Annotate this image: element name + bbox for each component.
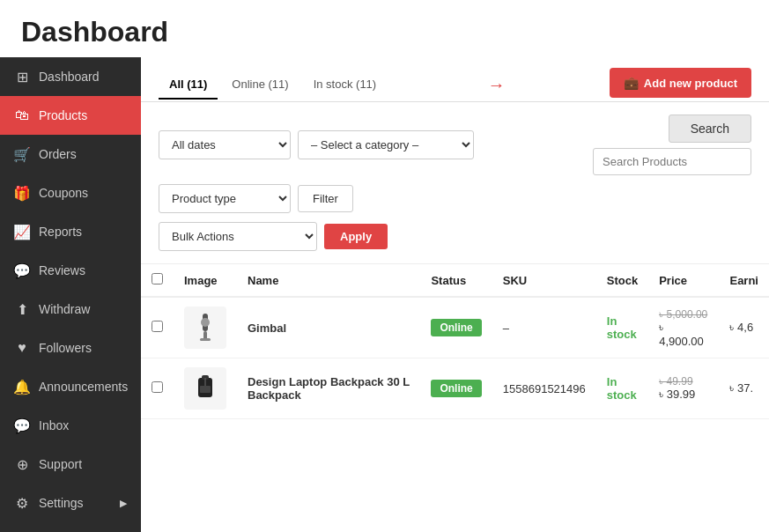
svg-point-3 <box>201 318 210 327</box>
product-image-cell <box>174 297 237 358</box>
followers-icon: ♥ <box>14 340 30 356</box>
product-price-cell: ৳ 49.99 ৳ 39.99 <box>648 358 719 419</box>
sidebar-label-coupons: Coupons <box>39 186 88 200</box>
sidebar-item-settings[interactable]: ⚙ Settings ▶ <box>0 484 141 522</box>
filters-section: All dates Today This week This month – S… <box>141 102 769 263</box>
date-filter[interactable]: All dates Today This week This month <box>159 130 291 159</box>
stock-status: Instock <box>607 375 637 402</box>
sidebar-label-reviews: Reviews <box>39 263 85 277</box>
sidebar-item-dashboard[interactable]: ⊞ Dashboard <box>0 57 141 96</box>
select-all-checkbox[interactable] <box>152 273 163 284</box>
table-row: Design Laptop Backpack 30 L Backpack Onl… <box>141 358 769 419</box>
search-button[interactable]: Search <box>669 115 751 143</box>
product-stock-cell: Instock <box>596 297 648 358</box>
status-badge: Online <box>431 380 481 397</box>
sidebar-label-dashboard: Dashboard <box>39 70 100 84</box>
products-icon: 🛍 <box>14 107 30 123</box>
products-table: Image Name Status SKU Stock Price Earni <box>141 263 769 419</box>
sidebar-item-reports[interactable]: 📈 Reports <box>0 212 141 251</box>
product-price-cell: ৳ 5,000.00 ৳ 4,900.00 <box>648 297 719 358</box>
product-name-cell: Gimbal <box>237 297 420 358</box>
price-original: ৳ 5,000.00 <box>659 308 708 321</box>
sidebar-item-followers[interactable]: ♥ Followers <box>0 329 141 367</box>
product-name: Gimbal <box>248 321 286 335</box>
add-product-label: Add new product <box>644 77 737 90</box>
row-checkbox[interactable] <box>152 321 163 332</box>
product-image <box>184 367 226 410</box>
dashboard-icon: ⊞ <box>14 69 30 85</box>
row-checkbox-cell <box>141 297 174 358</box>
tab-online[interactable]: Online (11) <box>221 70 299 100</box>
table-header-sku: SKU <box>492 264 596 298</box>
inbox-icon: 💬 <box>14 417 30 433</box>
product-sku-cell: – <box>492 297 596 358</box>
sidebar-item-orders[interactable]: 🛒 Orders <box>0 135 141 174</box>
settings-chevron-icon: ▶ <box>120 498 127 509</box>
announcements-icon: 🔔 <box>14 379 30 395</box>
sidebar-label-products: Products <box>39 108 87 122</box>
add-product-button[interactable]: 💼 Add new product <box>610 68 751 98</box>
row-checkbox-cell <box>141 358 174 419</box>
main-content: All (11) Online (11) In stock (11) → 💼 A… <box>141 57 769 532</box>
product-stock-cell: Instock <box>596 358 648 419</box>
settings-icon: ⚙ <box>14 495 30 511</box>
tabs-bar: All (11) Online (11) In stock (11) → 💼 A… <box>141 57 769 102</box>
product-name-cell: Design Laptop Backpack 30 L Backpack <box>237 358 420 419</box>
product-earnings-cell: ৳ 37. <box>719 358 769 419</box>
reviews-icon: 💬 <box>14 262 30 278</box>
table-row: Gimbal Online – Instock ৳ 5,000.00 ৳ 4,9… <box>141 297 769 358</box>
filter-button[interactable]: Filter <box>298 185 353 212</box>
page-title: Dashboard <box>21 16 748 48</box>
product-image-cell <box>174 358 237 419</box>
support-icon: ⊕ <box>14 456 30 472</box>
sidebar-item-support[interactable]: ⊕ Support <box>0 445 141 484</box>
sidebar-item-announcements[interactable]: 🔔 Announcements <box>0 367 141 406</box>
search-products-input[interactable] <box>593 148 751 175</box>
product-status-cell: Online <box>420 358 492 419</box>
row-checkbox[interactable] <box>152 381 163 393</box>
table-header-status: Status <box>420 264 492 298</box>
price-current: ৳ 39.99 <box>659 388 708 402</box>
tab-all[interactable]: All (11) <box>159 70 218 100</box>
stock-status: Instock <box>607 314 637 341</box>
sidebar-label-settings: Settings <box>39 496 84 510</box>
filter-row-1: All dates Today This week This month – S… <box>159 115 751 175</box>
table-header-name: Name <box>237 264 420 298</box>
bulk-actions-row: Bulk Actions Apply <box>159 222 751 251</box>
table-header-price: Price <box>648 264 719 298</box>
search-area: Search <box>593 115 751 175</box>
sidebar-label-followers: Followers <box>39 341 92 355</box>
filter-row-2: Product type Filter <box>159 184 751 213</box>
product-name: Design Laptop Backpack 30 L Backpack <box>248 375 410 402</box>
sidebar-item-withdraw[interactable]: ⬆ Withdraw <box>0 290 141 329</box>
product-image <box>184 307 226 349</box>
sidebar: ⊞ Dashboard 🛍 Products 🛒 Orders 🎁 Coupon… <box>0 57 141 532</box>
product-earnings-cell: ৳ 4,6 <box>719 297 769 358</box>
sidebar-item-reviews[interactable]: 💬 Reviews <box>0 251 141 290</box>
coupons-icon: 🎁 <box>14 185 30 201</box>
bulk-actions-select[interactable]: Bulk Actions <box>159 222 317 251</box>
svg-rect-6 <box>200 386 211 393</box>
sidebar-label-announcements: Announcements <box>39 380 128 394</box>
apply-button[interactable]: Apply <box>324 224 388 249</box>
product-status-cell: Online <box>420 297 492 358</box>
sidebar-item-inbox[interactable]: 💬 Inbox <box>0 406 141 445</box>
product-sku-cell: 1558691521496 <box>492 358 596 419</box>
add-product-arrow: → <box>488 75 506 95</box>
table-header-stock: Stock <box>596 264 648 298</box>
sidebar-item-coupons[interactable]: 🎁 Coupons <box>0 174 141 212</box>
table-header-image: Image <box>174 264 237 298</box>
price-original: ৳ 49.99 <box>659 375 708 388</box>
price-current: ৳ 4,900.00 <box>659 321 708 348</box>
sidebar-label-inbox: Inbox <box>39 418 69 432</box>
sidebar-label-support: Support <box>39 457 82 471</box>
sidebar-item-products[interactable]: 🛍 Products <box>0 96 141 135</box>
withdraw-icon: ⬆ <box>14 301 30 317</box>
sidebar-label-reports: Reports <box>39 225 82 239</box>
briefcase-icon: 💼 <box>624 76 639 90</box>
category-filter[interactable]: – Select a category – <box>298 130 474 159</box>
product-type-filter[interactable]: Product type <box>159 184 291 213</box>
tab-instock[interactable]: In stock (11) <box>303 70 388 100</box>
sidebar-label-withdraw: Withdraw <box>39 302 90 316</box>
orders-icon: 🛒 <box>14 146 30 162</box>
